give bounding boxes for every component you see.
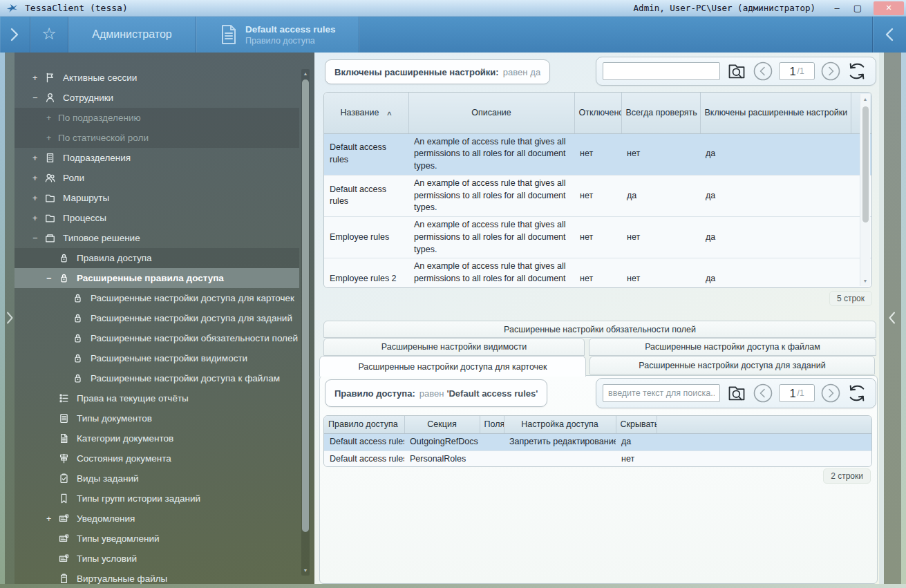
- sidebar-item[interactable]: +По подразделению: [15, 108, 299, 128]
- sidebar-item-label: Расширенные настройки доступа для задани…: [91, 313, 292, 323]
- scroll-down-icon[interactable]: ▼: [863, 276, 868, 286]
- folder-search-button[interactable]: [726, 61, 747, 82]
- tab-administrator[interactable]: Администратор: [68, 17, 196, 53]
- column-header[interactable]: Секция: [404, 416, 480, 433]
- sidebar-item[interactable]: +Активные сессии: [15, 68, 299, 88]
- scroll-down-icon[interactable]: ▼: [303, 566, 308, 575]
- column-header[interactable]: Поля: [480, 416, 504, 433]
- sidebar-item[interactable]: +Процессы: [15, 208, 299, 228]
- sidebar-item[interactable]: −Расширенные правила доступа: [15, 268, 299, 288]
- mail-icon: [58, 553, 75, 565]
- tab-task-access-settings[interactable]: Расширенные настройки доступа для задани…: [589, 356, 875, 374]
- sidebar-item[interactable]: Расширенные настройки доступа для задани…: [15, 308, 299, 328]
- expander-icon[interactable]: +: [32, 173, 44, 183]
- sidebar-item[interactable]: Расширенные настройки доступа для карточ…: [15, 288, 299, 308]
- search-input[interactable]: [603, 384, 720, 402]
- expander-icon[interactable]: −: [32, 234, 44, 243]
- right-panel-handle[interactable]: [884, 53, 901, 584]
- column-header[interactable]: Включены расширенные настройки: [700, 93, 851, 133]
- filter-chip-access-rule[interactable]: Правило доступа: равен 'Default access r…: [325, 379, 547, 407]
- folder-search-button[interactable]: [726, 383, 747, 404]
- column-header[interactable]: Скрывать: [616, 416, 657, 433]
- sidebar-item[interactable]: Правила доступа: [15, 248, 299, 268]
- expander-icon[interactable]: +: [32, 153, 44, 163]
- table-row[interactable]: Employee rulesAn example of access rule …: [324, 217, 871, 258]
- expander-icon[interactable]: +: [32, 214, 44, 223]
- table-row[interactable]: Default access rulesAn example of access…: [324, 133, 871, 175]
- sidebar-item[interactable]: Виртуальные файлы: [15, 569, 299, 584]
- expander-icon[interactable]: +: [46, 113, 58, 123]
- column-header[interactable]: Описание: [408, 93, 574, 133]
- column-header[interactable]: Название∧: [324, 93, 408, 133]
- window-title: TessaClient (tessa): [25, 3, 128, 13]
- column-header[interactable]: Всегда проверять: [621, 93, 700, 133]
- scroll-up-icon[interactable]: ▲: [863, 94, 868, 104]
- column-header[interactable]: Настройка доступа: [504, 416, 616, 433]
- sidebar-item[interactable]: +Уведомления: [15, 509, 299, 529]
- table-cell: да: [700, 258, 851, 288]
- table-row[interactable]: Employee rules 2An example of access rul…: [324, 258, 871, 288]
- column-header[interactable]: [657, 416, 871, 433]
- close-button[interactable]: ✕: [874, 1, 904, 15]
- prev-page-button[interactable]: [753, 383, 773, 403]
- tab-card-default-access-rules[interactable]: Default access rules Правило доступа: [196, 17, 359, 53]
- scrollbar-thumb[interactable]: [302, 79, 309, 532]
- sidebar-item[interactable]: Типы документов: [15, 408, 299, 428]
- sidebar-item[interactable]: +Подразделения: [15, 148, 299, 168]
- expander-icon[interactable]: −: [46, 274, 58, 283]
- table-cell: Employee rules 2: [324, 258, 408, 288]
- next-page-button[interactable]: [821, 61, 840, 81]
- scrollbar-thumb[interactable]: [862, 106, 869, 222]
- sidebar-item[interactable]: +Роли: [15, 168, 299, 188]
- expander-icon[interactable]: +: [46, 514, 58, 524]
- filter-chip-extended-settings[interactable]: Включены расширенные настройки: равен да: [325, 59, 550, 84]
- favorites-button[interactable]: ☆: [30, 17, 68, 53]
- page-indicator[interactable]: 1/1: [779, 62, 815, 80]
- sidebar-item[interactable]: Виды заданий: [15, 468, 299, 489]
- sidebar-item[interactable]: −Сотрудники: [15, 88, 299, 108]
- sidebar-item[interactable]: Категории документов: [15, 428, 299, 448]
- table-row[interactable]: Default access rulesPersonalRolesнет: [324, 451, 871, 467]
- minimize-button[interactable]: –: [827, 1, 847, 15]
- expand-menu-button[interactable]: [0, 17, 30, 53]
- expander-icon[interactable]: +: [46, 133, 58, 143]
- tab-required-fields-settings[interactable]: Расширенные настройки обязательности пол…: [323, 321, 876, 338]
- prev-page-button[interactable]: [753, 61, 773, 81]
- sidebar-item[interactable]: +По статической роли: [15, 128, 299, 148]
- sidebar-item[interactable]: +Маршруты: [15, 188, 299, 208]
- table-row[interactable]: Default access rulesAn example of access…: [324, 175, 871, 216]
- next-page-button[interactable]: [821, 383, 840, 403]
- sidebar-item[interactable]: Расширенные настройки доступа к файлам: [15, 368, 299, 388]
- sidebar-item[interactable]: Права на текущие отчёты: [15, 388, 299, 408]
- table-cell: нет: [574, 258, 621, 288]
- expander-icon[interactable]: +: [32, 73, 44, 83]
- sidebar-item[interactable]: Состояния документа: [15, 448, 299, 468]
- column-header[interactable]: Правило доступа∧: [324, 416, 404, 433]
- expander-icon[interactable]: +: [32, 193, 44, 203]
- collapse-right-button[interactable]: [872, 17, 906, 53]
- column-header[interactable]: Отключено: [574, 93, 621, 133]
- sidebar-item[interactable]: Типы групп истории заданий: [15, 489, 299, 509]
- sidebar-item[interactable]: Расширенные настройки обязательности пол…: [15, 328, 299, 348]
- refresh-button[interactable]: [847, 383, 867, 404]
- sidebar-item[interactable]: Типы условий: [15, 549, 299, 569]
- sidebar-scrollbar[interactable]: ▲ ▼: [301, 69, 310, 576]
- refresh-button[interactable]: [847, 61, 867, 82]
- tab-file-access-settings[interactable]: Расширенные настройки доступа к файлам: [589, 338, 876, 356]
- table-scrollbar[interactable]: ▲ ▼: [860, 94, 870, 286]
- sidebar-item[interactable]: Типы уведомлений: [15, 529, 299, 549]
- row-count-badge: 2 строки: [823, 468, 871, 484]
- sidebar-item[interactable]: −Типовое решение: [15, 228, 299, 248]
- table-cell: нет: [621, 258, 700, 288]
- tab-visibility-settings[interactable]: Расширеныне настройки видимости: [323, 338, 585, 356]
- scroll-up-icon[interactable]: ▲: [303, 69, 308, 78]
- expander-icon[interactable]: −: [32, 93, 44, 103]
- table-row[interactable]: Default access rulesOutgoingRefDocsЗапре…: [324, 433, 871, 451]
- page-indicator[interactable]: 1/1: [779, 384, 815, 402]
- search-input[interactable]: [603, 62, 720, 80]
- signpost-icon: [58, 453, 75, 465]
- left-panel-handle[interactable]: [5, 53, 15, 584]
- sidebar-item[interactable]: Расширеныне настройки видимости: [15, 348, 299, 368]
- maximize-button[interactable]: ▢: [847, 1, 868, 15]
- tab-card-access-settings[interactable]: Расширенные настройки доступа для карточ…: [319, 356, 586, 377]
